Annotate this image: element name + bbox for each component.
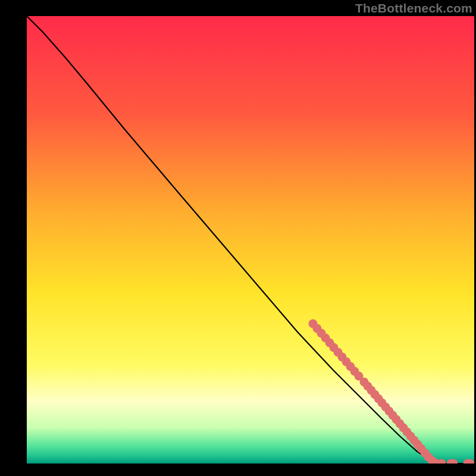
plot-background-gradient	[27, 16, 474, 464]
attribution-label: TheBottleneck.com	[355, 1, 472, 15]
bottleneck-chart	[0, 0, 476, 476]
chart-frame: TheBottleneck.com	[0, 0, 476, 476]
